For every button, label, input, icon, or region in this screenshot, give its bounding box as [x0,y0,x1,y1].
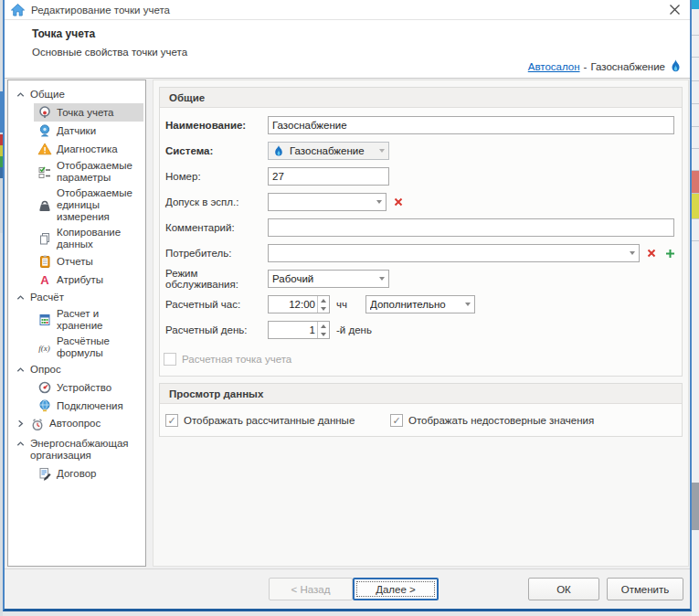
chevron-up-icon [16,439,26,449]
mode-select[interactable]: Рабочий [268,270,389,288]
autosalon-link[interactable]: Автосалон [528,61,580,72]
number-input[interactable] [268,167,389,186]
clear-icon[interactable] [392,196,405,208]
alarm-clock-icon [30,418,45,432]
form-panel: Общие Наименование: Система: [153,80,689,567]
tree-item-device[interactable]: Устройство [34,378,143,397]
group-data-view: Просмотр данных Отображать рассчитанные … [159,383,683,437]
letter-a-icon: A [37,272,52,287]
tree-group-polling[interactable]: Опрос [12,361,143,378]
calc-hour-option-value: Дополнительно [370,299,461,310]
tree-item-displayed-parameters[interactable]: Отображаемые параметры [34,158,143,186]
calc-point-checkbox [164,353,176,366]
field-row-system: Система: Газоснабжение [164,142,676,160]
comment-input[interactable] [268,218,674,237]
tree-item-connections[interactable]: Подключения [34,397,143,415]
svg-text:A: A [40,273,49,287]
report-icon [37,254,52,269]
chevron-up-icon [16,365,26,375]
screen: Редактирование точки учета Точка учета О… [0,0,699,616]
page-subtitle: Основные свойства точки учета [32,47,187,58]
contract-icon [37,466,52,481]
add-icon[interactable] [663,247,676,260]
chevron-down-icon [379,277,385,281]
calc-hour-spinner [268,295,330,313]
back-button[interactable]: < Назад [269,578,353,600]
chevron-down-icon [465,303,471,306]
group-general-title: Общие [160,88,682,108]
cancel-button[interactable]: Отменить [607,578,683,600]
system-label: Система: [164,145,268,156]
tree-item-contract[interactable]: Договор [34,464,143,483]
name-label: Наименование: [164,120,268,131]
navigation-tree: Общие Точка учета [7,80,146,567]
dialog-titlebar: Редактирование точки учета [5,0,690,20]
calc-hour-input[interactable] [269,296,317,313]
show-calculated-label: Отображать рассчитанные данные [184,415,355,426]
tree-group-general[interactable]: Общие [12,86,143,103]
tree-item-sensors[interactable]: Датчики [34,122,143,140]
next-button[interactable]: Далее > [353,578,439,600]
mode-value: Рабочий [272,273,376,284]
globe-icon [37,398,52,413]
dialog-title: Редактирование точки учета [31,5,170,16]
tree-group-energy-org[interactable]: Энергоснабжающая организация [12,435,143,464]
field-row-comment: Комментарий: [164,218,676,237]
data-view-options: Отображать рассчитанные данные Отображат… [164,412,676,429]
home-icon [10,3,26,17]
group-general: Общие Наименование: Система: [159,87,683,377]
context-system-name: Газоснабжение [590,61,665,72]
tree-item-calc-storage[interactable]: Расчет и хранение [34,306,143,334]
close-icon[interactable] [664,2,684,18]
admission-label: Допуск в эспл.: [164,196,268,207]
group-data-view-title: Просмотр данных [160,384,682,404]
name-input[interactable] [268,116,674,134]
dialog-footer: < Назад Далее > ОК Отменить [5,568,690,609]
tree-item-data-copy[interactable]: Копирование данных [34,225,143,252]
chevron-down-icon [379,149,385,153]
spin-down-icon[interactable] [318,304,329,313]
mode-label: Режим обслуживания: [164,268,268,290]
show-unreliable-checkbox[interactable] [390,414,403,427]
field-row-calc-day: Расчетный день: -й день [164,321,676,339]
svg-text:f(x): f(x) [38,344,50,353]
weight-icon [37,198,52,213]
calc-hour-option-select[interactable]: Дополнительно [365,295,475,313]
clear-icon[interactable] [645,247,658,260]
page-title: Точка учета [32,27,95,40]
show-unreliable-label: Отображать недостоверные значения [408,415,594,426]
ok-button[interactable]: ОК [528,578,599,600]
tree-group-autopoll[interactable]: Автоопрос [12,415,143,435]
calc-day-unit: -й день [336,324,372,335]
checklist-icon [37,165,52,179]
chevron-down-icon [376,200,382,204]
tree-item-metering-point[interactable]: Точка учета [34,103,143,122]
wizard-header: Точка учета Основные свойства точки учет… [5,20,690,79]
calc-day-label: Расчетный день: [164,324,268,335]
calc-day-spinner [268,321,330,339]
tree-item-diagnostics[interactable]: Диагностика [34,140,143,158]
field-row-number: Номер: [164,167,676,186]
tree-item-calc-formulas[interactable]: f(x) Расчётные формулы [34,334,143,361]
tree-item-reports[interactable]: Отчеты [34,252,143,271]
spin-up-icon[interactable] [318,296,329,304]
background-app-right-edge [692,0,699,616]
consumer-select[interactable] [268,244,640,262]
show-calculated-checkbox[interactable] [165,414,178,427]
admission-select[interactable] [268,193,387,211]
chevron-down-icon [630,251,635,255]
system-value: Газоснабжение [290,145,376,156]
spin-down-icon[interactable] [318,330,329,338]
field-row-calc-hour: Расчетный час: чч Доп [164,295,676,313]
context-separator: - [584,61,588,72]
sensor-icon [37,123,52,138]
tree-item-displayed-units[interactable]: Отображаемые единицы измерения [34,186,143,225]
flame-icon [669,58,683,74]
tree-item-attributes[interactable]: A Атрибуты [34,271,143,289]
tree-group-calculation[interactable]: Расчёт [12,289,143,306]
device-gauge-icon [37,380,52,395]
consumer-label: Потребитель: [164,248,268,259]
calc-day-input[interactable] [269,322,317,338]
calc-hour-label: Расчетный час: [164,299,268,310]
spin-up-icon[interactable] [318,322,329,330]
